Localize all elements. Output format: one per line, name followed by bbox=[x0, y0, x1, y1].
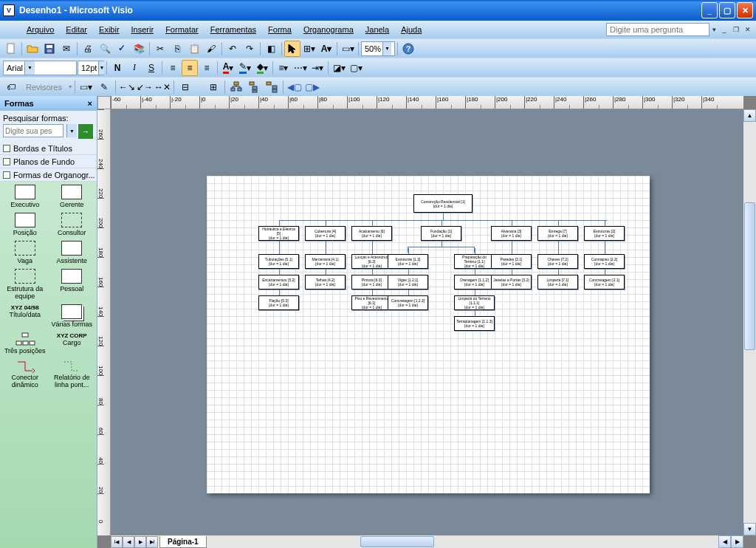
vertical-scroll-thumb[interactable] bbox=[744, 202, 755, 350]
text-tool-button[interactable]: A▾ bbox=[318, 41, 334, 57]
org-chart-node[interactable]: Tubulações [5.1][dur = 1 dia] bbox=[258, 254, 299, 269]
review-marker-button[interactable]: 🏷 bbox=[3, 79, 19, 95]
save-button[interactable] bbox=[41, 41, 58, 57]
org-chart-node[interactable]: Pintura [6.3][dur = 1 dia] bbox=[351, 275, 392, 290]
menu-file[interactable]: Arquivo bbox=[21, 24, 60, 35]
shape-title-date[interactable]: XYZ 04/98Título/data bbox=[3, 304, 47, 328]
new-button[interactable] bbox=[3, 41, 19, 57]
stencil-item-borders[interactable]: Bordas e Títulos bbox=[0, 142, 97, 155]
org-chart-node[interactable]: Piso e Revestimento [6.1][dur = 1 dia] bbox=[351, 295, 392, 310]
page-nav-first-button[interactable]: I◀ bbox=[111, 536, 123, 548]
scroll-up-button[interactable]: ▲ bbox=[743, 109, 756, 122]
org-chart-node[interactable]: Construção Residencial [1][dur = 1 dia] bbox=[413, 194, 472, 213]
align-center-button[interactable]: ≡ bbox=[182, 60, 198, 76]
shape-vacancy[interactable]: Vaga bbox=[3, 241, 47, 264]
reviewers-dropdown[interactable]: Revisores bbox=[21, 82, 67, 92]
pointer-tool-button[interactable] bbox=[284, 41, 300, 57]
stencil-item-backgrounds[interactable]: Planos de Fundo bbox=[0, 155, 97, 168]
page-tab-1[interactable]: Página-1 bbox=[159, 536, 207, 548]
shape-cargo[interactable]: XYZ CORPCargo bbox=[50, 332, 94, 355]
org-chart-node[interactable]: Concretagem [2.1][dur = 1 dia] bbox=[584, 275, 625, 290]
orgchart-move-right-button[interactable]: ▢▶ bbox=[304, 79, 320, 95]
menu-shape[interactable]: Forma bbox=[262, 24, 298, 35]
org-chart-node[interactable]: Entrega [7][dur = 1 dia] bbox=[537, 226, 578, 241]
font-size-select[interactable]: 12pt▼ bbox=[78, 61, 104, 75]
shapes-search-go-button[interactable]: → bbox=[78, 124, 93, 139]
horizontal-ruler[interactable]: -60|-40|-20|0|20|40|60|80|100|120|140|16… bbox=[111, 96, 743, 109]
vertical-ruler[interactable]: 260240220200180160140120100806040200 bbox=[97, 109, 111, 535]
shape-dynamic-connector[interactable]: Conector dinâmico bbox=[3, 359, 47, 388]
print-preview-button[interactable]: 🔍 bbox=[97, 41, 113, 57]
shape-multi-shapes[interactable]: Várias formas bbox=[50, 304, 94, 328]
org-chart-node[interactable]: Preparação do Terreno [1.1][dur = 1 dia] bbox=[454, 254, 495, 269]
org-chart-node[interactable]: Marcenaria [4.1][dur = 1 dia] bbox=[305, 254, 346, 269]
review-eraser-button[interactable]: ✎ bbox=[96, 79, 112, 95]
bold-button[interactable]: N bbox=[109, 60, 126, 76]
scroll-right-button[interactable]: ▶ bbox=[731, 535, 743, 548]
shape-three-positions[interactable]: Três posições bbox=[3, 332, 47, 355]
help-search-input[interactable] bbox=[606, 23, 709, 36]
org-chart-node[interactable]: Acabamento [6][dur = 1 dia] bbox=[351, 226, 392, 241]
page-nav-last-button[interactable]: ▶I bbox=[146, 536, 158, 548]
org-chart-node[interactable]: Contrapiso [2.2][dur = 1 dia] bbox=[584, 254, 625, 269]
font-color-button[interactable]: A▾ bbox=[220, 60, 236, 76]
doc-minimize-button[interactable]: _ bbox=[719, 24, 729, 35]
line-color-button[interactable]: ✎▾ bbox=[237, 60, 253, 76]
review-delete-all-button[interactable]: ↔✕ bbox=[154, 79, 171, 95]
research-button[interactable]: 📚 bbox=[131, 41, 147, 57]
org-chart-node[interactable]: Encanamentos [5.2][dur = 1 dia] bbox=[258, 275, 299, 290]
org-chart-node[interactable]: Limpeza [7.1][dur = 1 dia] bbox=[537, 275, 578, 290]
shapes-window-button[interactable]: ◧ bbox=[263, 41, 279, 57]
shape-dotted-line-report[interactable]: Relatório de linha pont... bbox=[50, 359, 94, 388]
menu-help[interactable]: Ajuda bbox=[395, 24, 427, 35]
vertical-scrollbar[interactable]: ▲ ▼ bbox=[743, 109, 756, 535]
menu-window[interactable]: Janela bbox=[360, 24, 395, 35]
menu-edit[interactable]: Editar bbox=[60, 24, 93, 35]
format-painter-button[interactable]: 🖌 bbox=[203, 41, 219, 57]
orgchart-layout-vertical-button[interactable] bbox=[246, 79, 262, 95]
review-next-button[interactable]: ↙→ bbox=[137, 79, 153, 95]
line-ends-button[interactable]: ⇥▾ bbox=[309, 60, 326, 76]
org-chart-node[interactable]: Estruturas [1.2][dur = 1 dia] bbox=[388, 254, 428, 269]
line-weight-button[interactable]: ≡▾ bbox=[275, 60, 292, 76]
help-button[interactable]: ? bbox=[400, 41, 416, 57]
font-name-select[interactable]: Arial▼ bbox=[3, 61, 77, 75]
spelling-button[interactable]: ✓ bbox=[114, 41, 130, 57]
shapes-search-dropdown[interactable]: ▼ bbox=[66, 124, 77, 137]
org-chart-node[interactable]: Fiação [5.3][dur = 1 dia] bbox=[258, 295, 299, 310]
org-chart-node[interactable]: Limpeza do Terreno [1.1.1][dur = 1 dia] bbox=[454, 295, 495, 310]
ruler-corner[interactable] bbox=[97, 96, 111, 109]
menu-insert[interactable]: Inserir bbox=[126, 24, 160, 35]
canvas-viewport[interactable]: Construção Residencial [1][dur = 1 dia]H… bbox=[111, 109, 743, 535]
org-chart-node[interactable]: Concretagem [1.2.2][dur = 1 dia] bbox=[388, 295, 428, 310]
orgchart-move-left-button[interactable]: ◀▢ bbox=[286, 79, 303, 95]
italic-button[interactable]: I bbox=[126, 60, 142, 76]
email-button[interactable]: ✉ bbox=[58, 41, 75, 57]
drawing-page[interactable]: Construção Residencial [1][dur = 1 dia]H… bbox=[207, 176, 650, 493]
doc-close-button[interactable]: ✕ bbox=[743, 24, 753, 35]
org-chart-node[interactable]: Alvenaria [3][dur = 1 dia] bbox=[491, 226, 532, 241]
review-prev-button[interactable]: ←↘ bbox=[119, 79, 135, 95]
menu-format[interactable]: Formatar bbox=[159, 24, 205, 35]
corner-button[interactable]: ▢▾ bbox=[348, 60, 364, 76]
print-button[interactable]: 🖨 bbox=[80, 41, 96, 57]
stencil-item-orgchart[interactable]: Formas de Organogr... bbox=[0, 168, 97, 182]
shape-position[interactable]: Posição bbox=[3, 213, 47, 236]
shapes-panel-close-button[interactable]: × bbox=[88, 99, 92, 108]
org-chart-node[interactable]: Janelas e Portas [3.2][dur = 1 dia] bbox=[491, 275, 532, 290]
review-track-button[interactable]: ⊟ bbox=[177, 79, 193, 95]
fill-color-button[interactable]: ◆▾ bbox=[254, 60, 270, 76]
shape-executive[interactable]: Executivo bbox=[3, 185, 47, 208]
review-ink-button[interactable]: ▭▾ bbox=[78, 79, 94, 95]
shapes-search-input[interactable] bbox=[3, 124, 63, 137]
window-close-button[interactable]: ✕ bbox=[737, 2, 753, 18]
cut-button[interactable]: ✂ bbox=[152, 41, 168, 57]
org-chart-node[interactable]: Paredes [3.1][dur = 1 dia] bbox=[491, 254, 532, 269]
org-chart-node[interactable]: Vigas [1.2.1][dur = 1 dia] bbox=[388, 275, 428, 290]
menu-view[interactable]: Exibir bbox=[93, 24, 126, 35]
page-nav-next-button[interactable]: ▶ bbox=[134, 536, 146, 548]
menu-orgchart[interactable]: Organograma bbox=[298, 24, 360, 35]
underline-button[interactable]: S bbox=[143, 60, 159, 76]
redo-button[interactable]: ↷ bbox=[241, 41, 258, 57]
align-left-button[interactable]: ≡ bbox=[165, 60, 181, 76]
